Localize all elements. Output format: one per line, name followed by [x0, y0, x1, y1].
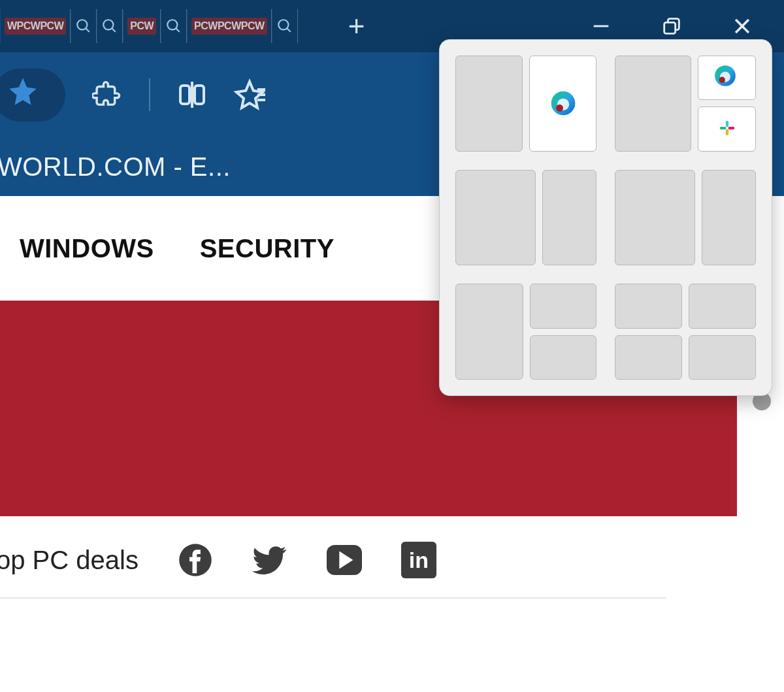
minimize-button[interactable] — [585, 10, 617, 42]
svg-rect-13 — [195, 86, 204, 104]
search-icon — [165, 18, 182, 35]
snap-layout-quad[interactable] — [615, 284, 756, 380]
search-icon — [276, 18, 293, 35]
snap-row — [455, 284, 756, 380]
address-bar-left — [0, 52, 65, 137]
search-icon — [101, 18, 118, 35]
pcw-favicon: WPCWPCW — [5, 18, 66, 35]
snap-slot[interactable] — [455, 284, 523, 380]
snap-slot[interactable] — [615, 284, 682, 328]
svg-point-21 — [556, 105, 563, 112]
maximize-button[interactable] — [656, 10, 687, 42]
edge-icon — [713, 63, 742, 92]
nav-security[interactable]: SECURITY — [200, 234, 335, 263]
svg-line-1 — [86, 28, 90, 31]
page-title: WORLD.COM - E... — [0, 152, 231, 182]
svg-line-5 — [176, 28, 179, 31]
youtube-icon[interactable] — [327, 542, 362, 578]
snap-slot[interactable] — [530, 335, 596, 380]
svg-point-6 — [278, 20, 288, 29]
snap-slot[interactable] — [542, 170, 596, 266]
browser-tab[interactable]: PCWPCWPCW — [187, 9, 271, 43]
deals-label[interactable]: op PC deals — [0, 546, 139, 575]
snap-layout-7030[interactable] — [455, 170, 596, 266]
close-button[interactable] — [727, 10, 758, 42]
snap-slot[interactable] — [455, 56, 523, 152]
snap-slot[interactable] — [615, 335, 682, 380]
snap-slot[interactable] — [530, 284, 596, 328]
star-filled-icon — [7, 75, 39, 115]
search-icon — [75, 18, 92, 35]
svg-rect-26 — [726, 120, 728, 127]
browser-tab[interactable] — [97, 9, 123, 43]
svg-rect-12 — [180, 86, 189, 104]
snap-slot[interactable] — [615, 170, 695, 266]
twitter-icon[interactable] — [252, 542, 287, 578]
favorites-button[interactable] — [234, 79, 265, 110]
svg-rect-28 — [719, 126, 726, 129]
nav-windows[interactable]: WINDOWS — [20, 234, 154, 263]
snap-slot-active[interactable] — [529, 56, 596, 152]
facebook-icon[interactable] — [178, 542, 213, 578]
svg-rect-29 — [728, 126, 734, 129]
snap-slot[interactable] — [702, 170, 756, 266]
snap-slot-active[interactable] — [698, 107, 756, 151]
slack-icon — [716, 117, 738, 142]
browser-tab[interactable] — [161, 9, 187, 43]
svg-line-7 — [287, 28, 290, 31]
snap-layouts-flyout — [439, 39, 772, 396]
new-tab-button[interactable]: + — [337, 7, 376, 46]
pcw-favicon: PCWPCWPCW — [191, 18, 267, 35]
tab-strip: WPCWPCW PCW PCWPCWPCW — [0, 0, 298, 52]
svg-line-3 — [112, 28, 116, 31]
snap-slot-active[interactable] — [698, 56, 756, 100]
snap-slot[interactable] — [455, 170, 536, 266]
pcw-favicon: PCW — [127, 18, 156, 35]
svg-rect-27 — [726, 129, 728, 135]
snap-layout-1plus2[interactable] — [455, 284, 596, 380]
browser-tab[interactable] — [272, 9, 298, 43]
linkedin-text: in — [401, 542, 436, 578]
snap-slot[interactable] — [689, 284, 756, 328]
browser-tab[interactable] — [71, 9, 97, 43]
svg-point-4 — [167, 20, 177, 29]
svg-point-0 — [78, 20, 88, 29]
favorite-indicator[interactable] — [0, 69, 65, 122]
snap-row — [455, 56, 756, 152]
svg-rect-9 — [664, 22, 676, 33]
snap-layout-5050[interactable] — [455, 56, 596, 152]
browser-tab[interactable]: WPCWPCW — [0, 9, 71, 43]
extensions-button[interactable] — [91, 79, 123, 110]
toolbar-separator — [149, 78, 150, 111]
svg-point-24 — [719, 77, 725, 84]
snap-slot[interactable] — [689, 335, 756, 380]
snap-layout-two-thirds-stack[interactable] — [615, 56, 756, 152]
linkedin-icon[interactable]: in — [401, 542, 436, 578]
snap-slot[interactable] — [615, 56, 691, 152]
svg-point-2 — [104, 20, 114, 29]
snap-layout-3070[interactable] — [615, 170, 756, 266]
split-screen-button[interactable] — [176, 79, 208, 110]
edge-icon — [549, 89, 578, 118]
snap-row — [455, 170, 756, 266]
deals-row: op PC deals in — [0, 516, 666, 599]
browser-tab[interactable]: PCW — [123, 9, 161, 43]
